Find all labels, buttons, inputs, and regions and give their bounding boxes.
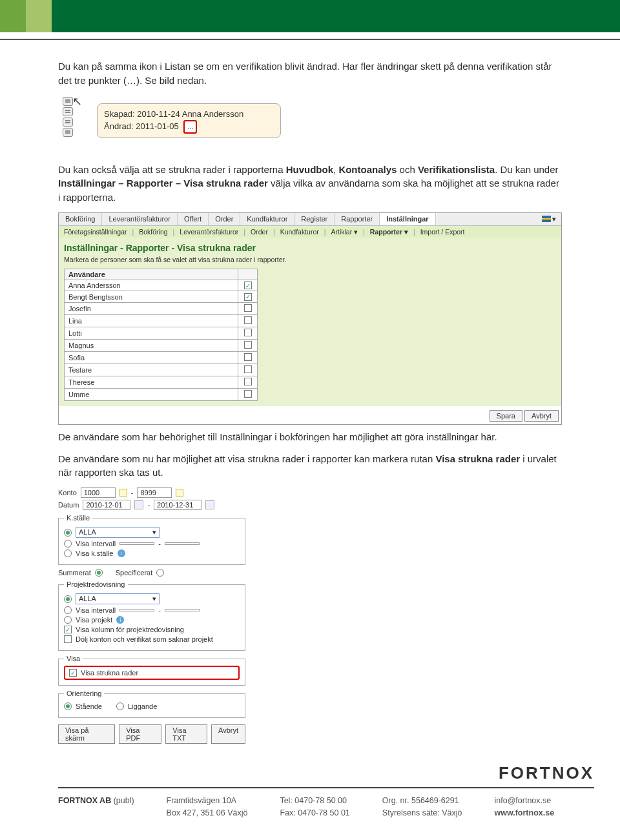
intervall-to[interactable] [165, 542, 200, 545]
user-checkbox[interactable] [244, 341, 252, 349]
radio-staende[interactable] [64, 702, 72, 710]
visa-txt-button[interactable]: Visa TXT [165, 724, 207, 744]
info-icon[interactable]: i [116, 616, 124, 624]
cancel-button[interactable]: Avbryt [524, 410, 559, 422]
user-checkbox[interactable] [244, 353, 252, 361]
tab-kundfakturor[interactable]: Kundfakturor [240, 213, 294, 225]
visa-intervall-label: Visa intervall [76, 540, 116, 548]
subtab-foretag[interactable]: Företagsinställningar [64, 228, 127, 236]
radio-proj-visa[interactable] [64, 616, 72, 624]
radio-liggande[interactable] [116, 702, 124, 710]
datum-to-input[interactable]: 2010-12-31 [154, 500, 202, 510]
orientering-fieldset: Orientering Stående Liggande [58, 690, 245, 718]
picker-icon[interactable] [119, 489, 127, 497]
projekt-dropdown[interactable]: ALLA▾ [76, 593, 160, 604]
tooltip-created-label: Skapad: [104, 109, 135, 119]
subtab-import[interactable]: Import / Export [420, 228, 465, 236]
visa-strukna-label: Visa strukna rader [81, 669, 138, 677]
user-checkbox[interactable] [244, 378, 252, 385]
info-icon[interactable]: i [118, 549, 125, 557]
subtab-order[interactable]: Order [251, 228, 268, 236]
konto-from-input[interactable]: 1000 [81, 487, 116, 498]
specificerat-label: Specificerat [116, 569, 152, 577]
radio-alla[interactable] [64, 529, 72, 537]
footer-web[interactable]: www.fortnox.se [495, 808, 555, 817]
save-button[interactable]: Spara [490, 410, 522, 422]
konto-to-input[interactable]: 8999 [137, 487, 172, 498]
tooltip-changed-value: 2011-01-05 [136, 121, 179, 131]
radio-kstalle[interactable] [64, 549, 72, 557]
flag-dropdown[interactable]: ▾ [537, 213, 561, 225]
radio-proj-intervall[interactable] [64, 606, 72, 614]
user-checkbox[interactable] [244, 365, 252, 373]
kstalle-fieldset: K.ställe ALLA▾ Visa intervall - Visa k.s… [58, 514, 245, 565]
tab-leverantorsfakturor[interactable]: Leverantörsfakturor [102, 213, 177, 225]
users-table: Användare Anna Andersson✓ Bengt Bengtsso… [64, 269, 258, 401]
chevron-down-icon: ▾ [152, 528, 156, 537]
picker-icon[interactable] [176, 489, 183, 497]
kstalle-legend: K.ställe [64, 514, 92, 522]
projekt-fieldset: Projektredovisning ALLA▾ Visa intervall … [58, 580, 245, 651]
staende-label: Stående [76, 702, 102, 710]
kstalle-dropdown[interactable]: ALLA▾ [76, 527, 160, 538]
list-row-icon [63, 107, 73, 116]
datum-from-input[interactable]: 2010-12-01 [83, 500, 130, 510]
subtab-artiklar[interactable]: Artiklar ▾ [331, 228, 358, 236]
radio-summerat[interactable] [95, 569, 103, 577]
table-row: Josefin [65, 302, 258, 314]
table-row: Lina [65, 314, 258, 327]
visa-projekt-label: Visa projekt [76, 616, 112, 624]
visa-fieldset: Visa ✓ Visa strukna rader [58, 655, 245, 686]
calendar-icon[interactable] [134, 500, 143, 509]
datum-label: Datum [58, 501, 79, 509]
proj-intervall-to[interactable] [165, 609, 200, 611]
proj-intervall-from[interactable] [119, 609, 154, 611]
footer-email[interactable]: info@fortnox.se [495, 796, 552, 805]
page-content: Du kan på samma ikon i Listan se om en v… [0, 40, 620, 744]
intervall-from[interactable] [119, 542, 154, 545]
tab-bokforing[interactable]: Bokföring [59, 213, 102, 225]
subtab-bokforing[interactable]: Bokföring [139, 228, 167, 236]
liggande-label: Liggande [128, 702, 157, 710]
user-checkbox[interactable] [244, 390, 252, 398]
user-checkbox[interactable]: ✓ [244, 293, 252, 301]
table-row: Testare [65, 364, 258, 376]
visa-pdf-button[interactable]: Visa PDF [119, 724, 161, 744]
ellipsis-button[interactable]: ... [183, 120, 197, 134]
chk-visa-strukna[interactable]: ✓ [69, 669, 77, 677]
calendar-icon[interactable] [205, 500, 214, 509]
user-checkbox[interactable]: ✓ [244, 282, 252, 289]
radio-specificerat[interactable] [156, 569, 164, 577]
subtab-lev[interactable]: Leverantörsfakturor [180, 228, 238, 236]
subtab-rapporter[interactable]: Rapporter ▾ [370, 228, 408, 236]
list-row-icon [63, 118, 73, 127]
visa-strukna-highlight: ✓ Visa strukna rader [64, 666, 240, 680]
panel-title: Inställningar - Rapporter - Visa strukna… [64, 243, 556, 253]
change-tooltip: Skapad: 2010-11-24 Anna Andersson Ändrad… [97, 103, 281, 138]
chk-visa-kolumn[interactable]: ✓ [64, 626, 72, 633]
visa-skarm-button[interactable]: Visa på skärm [58, 724, 115, 744]
table-row: Magnus [65, 339, 258, 351]
user-checkbox[interactable] [244, 316, 252, 324]
tooltip-created-value: 2010-11-24 Anna Andersson [137, 109, 243, 119]
tab-register[interactable]: Register [294, 213, 335, 225]
tab-rapporter[interactable]: Rapporter [335, 213, 380, 225]
sweden-flag-icon [542, 216, 551, 222]
chk-dolj-konton[interactable] [64, 635, 72, 643]
table-row: Sofia [65, 351, 258, 364]
tab-installningar[interactable]: Inställningar [380, 213, 435, 225]
radio-intervall[interactable] [64, 540, 72, 548]
change-tooltip-figure: ↖ Skapad: 2010-11-24 Anna Andersson Ändr… [58, 96, 562, 147]
proj-intervall-label: Visa intervall [76, 606, 116, 614]
user-checkbox[interactable] [244, 329, 252, 336]
table-row: Anna Andersson✓ [65, 280, 258, 291]
tab-order[interactable]: Order [209, 213, 240, 225]
user-checkbox[interactable] [244, 304, 252, 312]
subtab-kund[interactable]: Kundfakturor [280, 228, 319, 236]
radio-proj-alla[interactable] [64, 595, 72, 603]
avbryt-button[interactable]: Avbryt [211, 724, 245, 744]
main-tabs: Bokföring Leverantörsfakturor Offert Ord… [59, 213, 561, 226]
tab-offert[interactable]: Offert [178, 213, 209, 225]
cursor-icon: ↖ [72, 94, 82, 108]
footer-company: FORTNOX AB (publ) [58, 795, 134, 819]
